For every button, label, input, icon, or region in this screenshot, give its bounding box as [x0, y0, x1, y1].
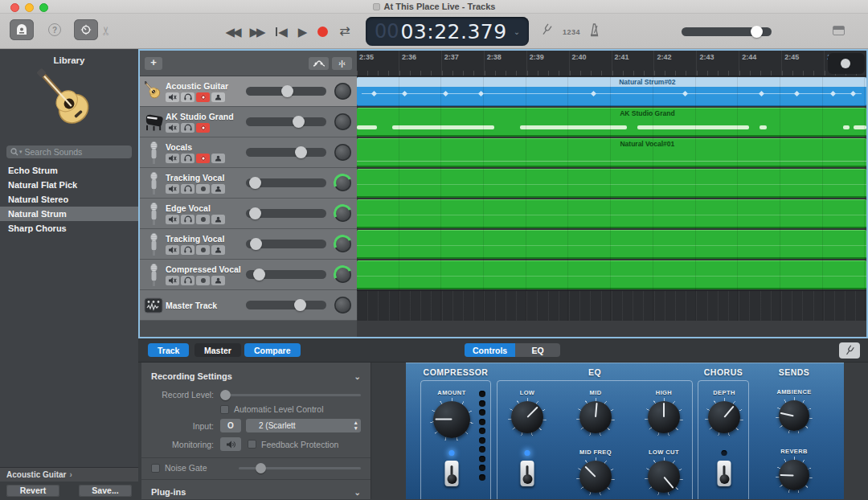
input-format-button[interactable]: O	[220, 419, 241, 432]
monitoring-button[interactable]	[220, 437, 241, 451]
audio-region[interactable]	[357, 260, 866, 289]
pan-knob[interactable]	[334, 83, 351, 100]
track-lane[interactable]: Natural Strum#02	[357, 76, 866, 107]
editor-scissors-button[interactable]: ✂	[99, 26, 113, 36]
quick-help-button[interactable]: ?	[48, 23, 61, 36]
timeline-ruler[interactable]: 2:352:362:372:382:392:402:412:422:432:44…	[357, 51, 866, 76]
track-lane[interactable]	[357, 229, 866, 260]
input-monitor-button[interactable]	[211, 276, 225, 285]
track-volume-slider[interactable]	[246, 148, 326, 157]
record-button[interactable]	[312, 22, 333, 41]
track-volume-slider[interactable]	[246, 117, 326, 126]
noise-gate-checkbox[interactable]	[151, 464, 160, 473]
library-item[interactable]: Sharp Chorus	[0, 221, 138, 236]
midi-region[interactable]: AK Studio Grand	[357, 108, 866, 137]
track-header[interactable]: Tracking Vocal	[140, 168, 357, 199]
master-track-lane[interactable]	[357, 290, 866, 321]
track-lane[interactable]: Natural Vocal#01	[357, 137, 866, 168]
track-volume-slider[interactable]	[246, 209, 326, 218]
pan-knob[interactable]	[334, 266, 351, 283]
track-lane[interactable]	[357, 260, 866, 290]
input-monitor-button[interactable]	[211, 245, 225, 255]
track-volume-slider[interactable]	[246, 270, 326, 279]
tab-eq[interactable]: EQ	[515, 343, 560, 357]
record-level-slider[interactable]	[220, 394, 361, 396]
track-lane[interactable]: AK Studio Grand	[357, 107, 866, 137]
track-volume-slider[interactable]	[246, 87, 326, 96]
minimize-window-button[interactable]	[25, 3, 34, 12]
pan-knob[interactable]	[334, 297, 351, 314]
library-item[interactable]: Echo Strum	[0, 163, 138, 178]
track-header[interactable]: Compressed Vocal	[140, 260, 357, 290]
pan-knob[interactable]	[334, 113, 351, 130]
track-header[interactable]: AK Studio Grand	[140, 107, 357, 137]
library-item[interactable]: Natural Stereo	[0, 192, 138, 207]
search-scope-chevron-icon[interactable]: ▾	[19, 149, 23, 155]
track-lane[interactable]	[357, 168, 866, 199]
solo-button[interactable]	[181, 123, 194, 133]
record-enable-button[interactable]	[196, 92, 210, 102]
reverb-knob[interactable]	[776, 457, 813, 494]
record-enable-button[interactable]	[196, 215, 210, 224]
record-enable-button[interactable]	[196, 123, 210, 133]
add-track-button[interactable]: +	[145, 57, 162, 70]
audio-region[interactable]	[357, 199, 866, 228]
track-volume-slider[interactable]	[246, 301, 326, 309]
feedback-protection-checkbox[interactable]	[248, 440, 256, 449]
track-header[interactable]: Edge Vocal	[140, 199, 357, 229]
fit-tracks-button[interactable]: ›|‹	[332, 57, 352, 70]
record-enable-button[interactable]	[196, 245, 210, 255]
automation-button[interactable]	[309, 57, 329, 70]
mute-button[interactable]	[166, 276, 179, 285]
revert-button[interactable]: Revert	[6, 485, 59, 497]
mute-button[interactable]	[166, 92, 179, 102]
tuner-button-small[interactable]	[839, 342, 860, 359]
pan-knob[interactable]	[334, 174, 351, 191]
compressor-switch[interactable]	[445, 461, 459, 486]
depth-knob[interactable]	[705, 398, 743, 436]
solo-button[interactable]	[181, 92, 194, 102]
search-sounds-field[interactable]: ▾	[6, 145, 132, 158]
rewind-button[interactable]: ◀◀	[222, 22, 243, 41]
eq-switch[interactable]	[521, 461, 534, 486]
save-button[interactable]: Save...	[79, 485, 132, 497]
input-monitor-button[interactable]	[211, 215, 225, 224]
lcd-display[interactable]: 00 03:22.379 ⌄	[366, 17, 529, 46]
mute-button[interactable]	[166, 154, 179, 163]
record-enable-button[interactable]	[196, 154, 210, 163]
chevron-down-icon[interactable]: ⌄	[514, 27, 520, 36]
track-header[interactable]: Tracking Vocal	[140, 229, 357, 260]
pan-knob[interactable]	[334, 144, 351, 161]
cycle-button[interactable]: ⇄	[334, 21, 355, 40]
audio-region[interactable]: Natural Strum#02	[357, 77, 866, 106]
solo-button[interactable]	[181, 184, 194, 194]
input-monitor-button[interactable]	[211, 154, 225, 163]
input-monitor-button[interactable]	[211, 92, 225, 102]
track-header[interactable]: Acoustic Guitar	[140, 76, 357, 107]
collapse-chevron-icon[interactable]: ⌄	[354, 488, 361, 497]
metronome-button[interactable]	[588, 23, 600, 37]
record-enable-button[interactable]	[196, 184, 210, 194]
solo-button[interactable]	[181, 154, 194, 163]
solo-button[interactable]	[181, 245, 194, 255]
library-toggle-button[interactable]	[10, 19, 34, 40]
noise-gate-slider[interactable]	[239, 467, 361, 469]
pan-knob[interactable]	[334, 236, 351, 252]
high-knob[interactable]	[645, 398, 683, 436]
track-volume-slider[interactable]	[246, 178, 326, 187]
mid-knob[interactable]	[576, 398, 615, 436]
amount-knob[interactable]	[430, 398, 473, 441]
tuner-button[interactable]	[540, 23, 553, 36]
mute-button[interactable]	[166, 123, 179, 133]
volume-slider-knob[interactable]	[751, 26, 763, 38]
media-browser-button[interactable]	[833, 26, 845, 35]
pan-knob[interactable]	[334, 205, 351, 222]
input-monitor-button[interactable]	[211, 184, 225, 194]
audio-region[interactable]: Natural Vocal#01	[357, 138, 866, 167]
mute-button[interactable]	[166, 245, 179, 255]
track-lane[interactable]	[357, 199, 866, 229]
fast-forward-button[interactable]: ▶▶	[246, 22, 267, 41]
mid-freq-knob[interactable]	[576, 457, 615, 496]
zoom-window-button[interactable]	[39, 3, 48, 12]
low-cut-knob[interactable]	[645, 457, 683, 496]
